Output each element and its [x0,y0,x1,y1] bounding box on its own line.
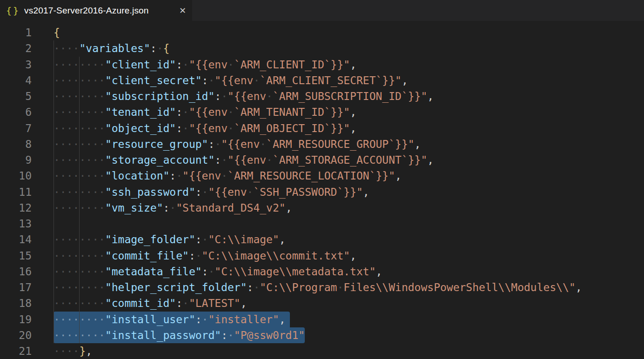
whitespace-dot: · [73,170,80,182]
code-token: "P@ssw0rd1" [234,329,305,341]
code-token: "metadata_file" [105,266,202,278]
line-number[interactable]: 16 [0,264,32,279]
line-number[interactable]: 20 [0,327,32,343]
whitespace-dot: · [79,106,86,118]
whitespace-dot: · [228,329,234,341]
line-number[interactable]: 9 [0,152,32,168]
whitespace-dot: · [86,233,92,246]
whitespace-dot: · [202,186,208,198]
whitespace-dot: · [54,250,60,262]
line-number[interactable]: 21 [0,343,32,359]
whitespace-dot: · [79,281,86,293]
whitespace-dot: · [208,74,215,86]
line-number[interactable]: 13 [0,216,32,232]
line-number[interactable]: 8 [0,136,32,152]
line-number[interactable]: 10 [0,168,32,184]
line-number[interactable]: 11 [0,184,32,200]
code-token: "tenant_id" [105,106,176,118]
line-number[interactable]: 18 [0,295,32,311]
code-line-2[interactable]: ····"variables":·{ [54,40,644,56]
code-line-15[interactable]: ········"commit_file":·"C:\\image\\commi… [54,248,644,264]
code-line-18[interactable]: ········"commit_id":·"LATEST", [54,295,644,311]
whitespace-dot: · [60,186,67,198]
code-line-1[interactable]: { [54,25,644,40]
line-number[interactable]: 15 [0,248,32,264]
whitespace-dot: · [73,122,80,134]
whitespace-dot: · [73,59,80,71]
line-number[interactable]: 6 [0,104,32,120]
line-number[interactable]: 7 [0,120,32,136]
line-number[interactable]: 3 [0,57,32,73]
whitespace-dot: · [92,74,99,86]
code-line-19[interactable]: ········"install_user":·"installer", [54,312,644,327]
whitespace-dot: · [86,138,92,150]
whitespace-dot: · [73,329,80,341]
code-line-9[interactable]: ········"storage_account":·"{{env·`ARM_S… [54,152,644,168]
whitespace-dot: · [54,233,60,246]
code-token: "{{env [189,59,228,71]
line-number[interactable]: 1 [0,25,32,40]
code-line-16[interactable]: ········"metadata_file":·"C:\\image\\met… [54,264,644,279]
line-number[interactable]: 12 [0,200,32,216]
whitespace-dot: · [73,281,80,293]
whitespace-dot: · [67,90,73,102]
code-line-10[interactable]: ········"location":·"{{env·`ARM_RESOURCE… [54,168,644,184]
code-line-5[interactable]: ········"subscription_id":·"{{env·`ARM_S… [54,88,644,104]
whitespace-dot: · [86,59,92,71]
code-line-17[interactable]: ········"helper_script_folder":·"C:\\Pro… [54,279,644,295]
code-token: "C:\\image\\commit.txt" [202,250,350,262]
code-token: `ARM_CLIENT_ID`}}" [234,59,350,71]
code-token: `ARM_RESOURCE_LOCATION`}}" [228,170,395,182]
code-line-6[interactable]: ········"tenant_id":·"{{env·`ARM_TENANT_… [54,104,644,120]
whitespace-dot: · [99,233,105,246]
whitespace-dot: · [60,106,67,118]
code-token: : [215,154,221,166]
whitespace-dot: · [92,266,99,278]
whitespace-dot: · [54,59,60,71]
code-line-8[interactable]: ········"resource_group":·"{{env·`ARM_RE… [54,136,644,152]
editor-pane[interactable]: 123456789101112131415161718192021 {····"… [0,21,644,359]
whitespace-dot: · [182,59,189,71]
code-token: "{{env [215,74,253,86]
close-icon[interactable]: ✕ [179,7,186,15]
code-line-21[interactable]: ····}, [54,343,644,359]
code-line-13[interactable] [54,216,644,232]
whitespace-dot: · [60,170,67,182]
whitespace-dot: · [67,297,73,309]
code-line-12[interactable]: ········"vm_size":·"Standard_DS4_v2", [54,200,644,216]
whitespace-dot: · [79,233,86,246]
whitespace-dot: · [99,138,105,150]
code-line-11[interactable]: ········"ssh_password":·"{{env·`SSH_PASS… [54,184,644,200]
whitespace-dot: · [266,154,273,166]
whitespace-dot: · [228,59,234,71]
code-token: : [189,250,195,262]
whitespace-dot: · [67,266,73,278]
whitespace-dot: · [60,138,67,150]
whitespace-dot: · [92,250,99,262]
whitespace-dot: · [86,106,92,118]
line-number[interactable]: 4 [0,73,32,88]
whitespace-dot: · [60,90,67,102]
code-area[interactable]: {····"variables":·{········"client_id":·… [32,25,644,359]
code-line-14[interactable]: ········"image_folder":·"C:\\image", [54,232,644,247]
code-line-7[interactable]: ········"object_id":·"{{env·`ARM_OBJECT_… [54,120,644,136]
code-token: "ssh_password" [105,186,195,198]
code-token: "{{env [208,186,247,198]
whitespace-dot: · [73,74,80,86]
line-number[interactable]: 14 [0,232,32,247]
code-line-4[interactable]: ········"client_secret":·"{{env·`ARM_CLI… [54,73,644,88]
line-number[interactable]: 2 [0,40,32,56]
code-line-3[interactable]: ········"client_id":·"{{env·`ARM_CLIENT_… [54,57,644,73]
code-token: , [376,266,382,278]
line-number[interactable]: 17 [0,279,32,295]
code-token: , [415,138,421,150]
code-token: `ARM_CLIENT_SECRET`}}" [260,74,402,86]
tab-vs2017-server2016-azure-json[interactable]: {} vs2017-Server2016-Azure.json ✕ [0,0,192,21]
code-line-20[interactable]: ········"install_password":·"P@ssw0rd1" [54,327,644,343]
whitespace-dot: · [79,297,86,309]
line-number[interactable]: 19 [0,312,32,327]
line-number[interactable]: 5 [0,88,32,104]
whitespace-dot: · [73,202,80,214]
whitespace-dot: · [54,122,60,134]
code-token: , [427,154,434,166]
